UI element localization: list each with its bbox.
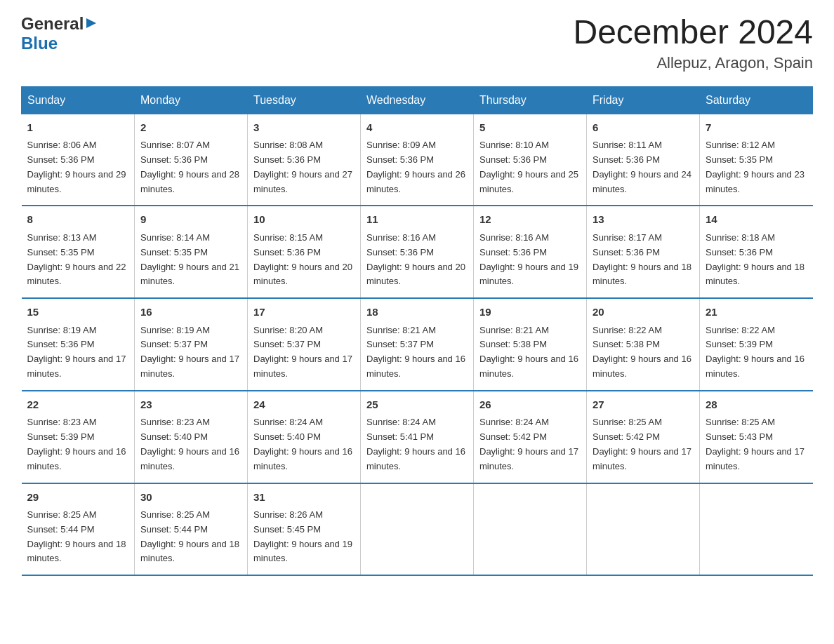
day-number: 17 (253, 304, 355, 321)
table-row: 25Sunrise: 8:24 AMSunset: 5:41 PMDayligh… (361, 391, 474, 483)
logo-blue-text: Blue (21, 34, 58, 53)
day-info: Sunrise: 8:23 AMSunset: 5:39 PMDaylight:… (27, 417, 126, 471)
day-number: 29 (27, 490, 129, 506)
calendar-week-row: 29Sunrise: 8:25 AMSunset: 5:44 PMDayligh… (22, 483, 813, 576)
day-number: 9 (140, 212, 241, 228)
day-number: 5 (479, 120, 581, 136)
calendar-week-row: 1Sunrise: 8:06 AMSunset: 5:36 PMDaylight… (22, 114, 813, 206)
table-row: 1Sunrise: 8:06 AMSunset: 5:36 PMDaylight… (22, 114, 135, 206)
table-row (474, 483, 587, 576)
table-row: 26Sunrise: 8:24 AMSunset: 5:42 PMDayligh… (474, 391, 587, 483)
calendar-week-row: 8Sunrise: 8:13 AMSunset: 5:35 PMDaylight… (22, 206, 813, 298)
day-number: 13 (593, 212, 694, 228)
day-info: Sunrise: 8:25 AMSunset: 5:42 PMDaylight:… (593, 417, 691, 471)
day-info: Sunrise: 8:18 AMSunset: 5:36 PMDaylight:… (706, 232, 805, 286)
day-number: 3 (253, 120, 355, 136)
day-number: 16 (140, 304, 241, 321)
page-header: General Blue December 2024 Allepuz, Arag… (21, 14, 813, 72)
table-row: 4Sunrise: 8:09 AMSunset: 5:36 PMDaylight… (361, 114, 474, 206)
svg-marker-0 (86, 18, 96, 28)
table-row (361, 483, 474, 576)
day-info: Sunrise: 8:23 AMSunset: 5:40 PMDaylight:… (140, 417, 239, 471)
day-number: 10 (253, 212, 355, 228)
table-row: 30Sunrise: 8:25 AMSunset: 5:44 PMDayligh… (135, 483, 248, 576)
table-row: 19Sunrise: 8:21 AMSunset: 5:38 PMDayligh… (474, 298, 587, 391)
day-info: Sunrise: 8:25 AMSunset: 5:43 PMDaylight:… (706, 417, 805, 471)
day-info: Sunrise: 8:25 AMSunset: 5:44 PMDaylight:… (140, 509, 239, 563)
calendar-header-row: Sunday Monday Tuesday Wednesday Thursday… (22, 86, 813, 114)
title-section: December 2024 Allepuz, Aragon, Spain (573, 14, 813, 72)
location-title: Allepuz, Aragon, Spain (573, 54, 813, 72)
col-wednesday: Wednesday (361, 86, 474, 114)
day-info: Sunrise: 8:10 AMSunset: 5:36 PMDaylight:… (479, 140, 578, 194)
day-number: 20 (593, 304, 694, 321)
day-info: Sunrise: 8:15 AMSunset: 5:36 PMDaylight:… (253, 232, 352, 286)
table-row: 2Sunrise: 8:07 AMSunset: 5:36 PMDaylight… (135, 114, 248, 206)
day-info: Sunrise: 8:25 AMSunset: 5:44 PMDaylight:… (27, 509, 126, 563)
day-info: Sunrise: 8:24 AMSunset: 5:41 PMDaylight:… (366, 417, 465, 471)
col-monday: Monday (135, 86, 248, 114)
table-row: 16Sunrise: 8:19 AMSunset: 5:37 PMDayligh… (135, 298, 248, 391)
table-row: 18Sunrise: 8:21 AMSunset: 5:37 PMDayligh… (361, 298, 474, 391)
day-number: 22 (27, 397, 129, 413)
col-friday: Friday (587, 86, 700, 114)
day-info: Sunrise: 8:08 AMSunset: 5:36 PMDaylight:… (253, 140, 352, 194)
day-info: Sunrise: 8:26 AMSunset: 5:45 PMDaylight:… (253, 509, 352, 563)
table-row: 7Sunrise: 8:12 AMSunset: 5:35 PMDaylight… (700, 114, 813, 206)
col-tuesday: Tuesday (248, 86, 361, 114)
day-number: 1 (27, 120, 129, 136)
table-row: 23Sunrise: 8:23 AMSunset: 5:40 PMDayligh… (135, 391, 248, 483)
table-row: 11Sunrise: 8:16 AMSunset: 5:36 PMDayligh… (361, 206, 474, 298)
col-thursday: Thursday (474, 86, 587, 114)
col-sunday: Sunday (22, 86, 135, 114)
day-number: 2 (140, 120, 241, 136)
day-info: Sunrise: 8:11 AMSunset: 5:36 PMDaylight:… (593, 140, 691, 194)
table-row (700, 483, 813, 576)
day-number: 30 (140, 490, 241, 506)
table-row: 9Sunrise: 8:14 AMSunset: 5:35 PMDaylight… (135, 206, 248, 298)
table-row: 21Sunrise: 8:22 AMSunset: 5:39 PMDayligh… (700, 298, 813, 391)
table-row: 17Sunrise: 8:20 AMSunset: 5:37 PMDayligh… (248, 298, 361, 391)
table-row: 6Sunrise: 8:11 AMSunset: 5:36 PMDaylight… (587, 114, 700, 206)
table-row: 3Sunrise: 8:08 AMSunset: 5:36 PMDaylight… (248, 114, 361, 206)
day-number: 12 (479, 212, 581, 228)
day-info: Sunrise: 8:21 AMSunset: 5:37 PMDaylight:… (366, 325, 465, 379)
day-info: Sunrise: 8:21 AMSunset: 5:38 PMDaylight:… (479, 325, 578, 379)
calendar-week-row: 22Sunrise: 8:23 AMSunset: 5:39 PMDayligh… (22, 391, 813, 483)
day-number: 26 (479, 397, 581, 413)
table-row: 8Sunrise: 8:13 AMSunset: 5:35 PMDaylight… (22, 206, 135, 298)
day-info: Sunrise: 8:14 AMSunset: 5:35 PMDaylight:… (140, 232, 239, 286)
table-row: 28Sunrise: 8:25 AMSunset: 5:43 PMDayligh… (700, 391, 813, 483)
day-info: Sunrise: 8:09 AMSunset: 5:36 PMDaylight:… (366, 140, 465, 194)
day-number: 25 (366, 397, 468, 413)
day-info: Sunrise: 8:17 AMSunset: 5:36 PMDaylight:… (593, 232, 691, 286)
day-number: 14 (706, 212, 807, 228)
day-number: 23 (140, 397, 241, 413)
day-info: Sunrise: 8:13 AMSunset: 5:35 PMDaylight:… (27, 232, 126, 286)
col-saturday: Saturday (700, 86, 813, 114)
day-info: Sunrise: 8:24 AMSunset: 5:40 PMDaylight:… (253, 417, 352, 471)
table-row: 22Sunrise: 8:23 AMSunset: 5:39 PMDayligh… (22, 391, 135, 483)
day-info: Sunrise: 8:06 AMSunset: 5:36 PMDaylight:… (27, 140, 126, 194)
day-number: 8 (27, 212, 129, 228)
logo-arrow-icon (86, 17, 99, 29)
table-row: 15Sunrise: 8:19 AMSunset: 5:36 PMDayligh… (22, 298, 135, 391)
day-info: Sunrise: 8:20 AMSunset: 5:37 PMDaylight:… (253, 325, 352, 379)
day-number: 31 (253, 490, 355, 506)
table-row: 10Sunrise: 8:15 AMSunset: 5:36 PMDayligh… (248, 206, 361, 298)
day-number: 4 (366, 120, 468, 136)
table-row: 31Sunrise: 8:26 AMSunset: 5:45 PMDayligh… (248, 483, 361, 576)
table-row: 27Sunrise: 8:25 AMSunset: 5:42 PMDayligh… (587, 391, 700, 483)
day-info: Sunrise: 8:22 AMSunset: 5:39 PMDaylight:… (706, 325, 805, 379)
table-row: 12Sunrise: 8:16 AMSunset: 5:36 PMDayligh… (474, 206, 587, 298)
day-number: 11 (366, 212, 468, 228)
table-row: 5Sunrise: 8:10 AMSunset: 5:36 PMDaylight… (474, 114, 587, 206)
day-info: Sunrise: 8:19 AMSunset: 5:36 PMDaylight:… (27, 325, 126, 379)
day-number: 7 (706, 120, 807, 136)
table-row: 14Sunrise: 8:18 AMSunset: 5:36 PMDayligh… (700, 206, 813, 298)
calendar-week-row: 15Sunrise: 8:19 AMSunset: 5:36 PMDayligh… (22, 298, 813, 391)
table-row: 13Sunrise: 8:17 AMSunset: 5:36 PMDayligh… (587, 206, 700, 298)
day-number: 27 (593, 397, 694, 413)
day-number: 18 (366, 304, 468, 321)
logo-general-text: General (21, 14, 84, 34)
